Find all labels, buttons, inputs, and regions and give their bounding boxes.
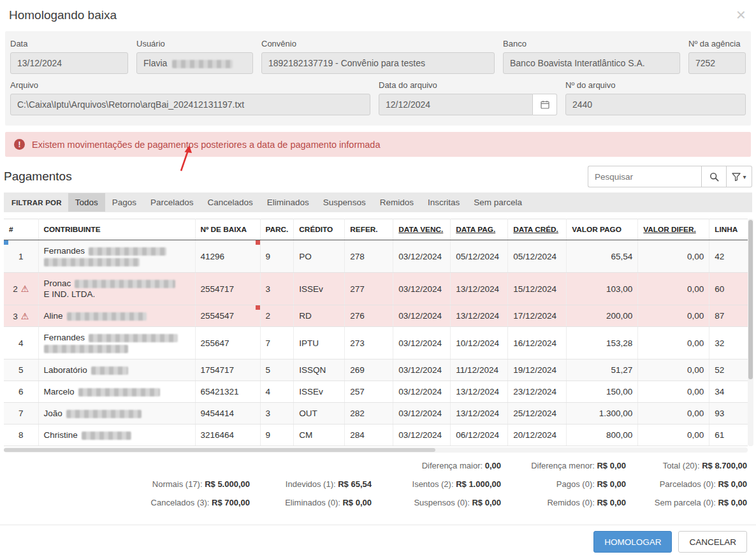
cell-num: 5 bbox=[4, 359, 38, 381]
table-row[interactable]: 1Fernandes412969PO27803/12/202405/12/202… bbox=[4, 240, 748, 273]
payments-table: #CONTRIBUINTENº DE BAIXAPARC.CRÉDITOREFE… bbox=[4, 219, 748, 446]
cancelar-button[interactable]: CANCELAR bbox=[678, 531, 747, 553]
cell-num: 2⚠ bbox=[4, 273, 38, 305]
filter-tab-pagos[interactable]: Pagos bbox=[105, 193, 143, 212]
convenio-input: 1892182137719 - Convênio para testes bbox=[261, 52, 495, 74]
summary-item: Eliminados (0): R$ 0,00 bbox=[250, 498, 372, 507]
warning-icon: ⚠ bbox=[21, 311, 29, 321]
agencia-input: 7252 bbox=[688, 52, 746, 74]
summary-item: Remidos (0): R$ 0,00 bbox=[501, 498, 626, 507]
arquivo-input: C:\Caixa\Iptu\Arquivos\Retorno\arqBai_20… bbox=[10, 94, 370, 115]
redacted-text bbox=[44, 258, 140, 266]
cell-refer: 276 bbox=[345, 305, 393, 327]
cell-data-venc: 03/12/2024 bbox=[393, 381, 451, 403]
summary-item: Pagos (0): R$ 0,00 bbox=[501, 479, 626, 489]
cell-data-pag: 05/12/2024 bbox=[451, 240, 508, 273]
cell-credito: OUT bbox=[294, 403, 345, 425]
filter-tab-remidos[interactable]: Remidos bbox=[373, 193, 421, 212]
cell-parc: 3 bbox=[260, 273, 294, 305]
cell-contribuinte: Aline bbox=[38, 305, 195, 327]
cell-valor-difer: 0,00 bbox=[638, 381, 709, 403]
cell-refer: 278 bbox=[345, 240, 393, 273]
table-header-row: #CONTRIBUINTENº DE BAIXAPARC.CRÉDITOREFE… bbox=[4, 219, 748, 240]
banco-input: Banco Boavista Interatlântico S.A. bbox=[503, 52, 680, 74]
table-row[interactable]: 7João94544143OUT28203/12/202413/12/20242… bbox=[4, 403, 748, 425]
modal-footer: HOMOLOGAR CANCELAR bbox=[0, 525, 756, 559]
filter-tab-sem-parcela[interactable]: Sem parcela bbox=[467, 193, 529, 212]
cell-data-cred: 23/12/2024 bbox=[508, 381, 567, 403]
page-title: Homologando baixa bbox=[9, 8, 117, 22]
filter-tabs: TodosPagosParceladosCanceladosEliminados… bbox=[68, 193, 529, 212]
scrollbar-thumb[interactable] bbox=[4, 448, 435, 452]
table-row[interactable]: 4Fernandes2556477IPTU27303/12/202410/12/… bbox=[4, 327, 748, 359]
search-group: ▾ bbox=[588, 166, 752, 187]
cell-contribuinte: PronacE IND. LTDA. bbox=[38, 273, 195, 305]
cell-valor-pago: 51,27 bbox=[567, 359, 638, 381]
scrollbar-thumb[interactable] bbox=[748, 220, 753, 379]
cell-baixa: 9454414 bbox=[195, 403, 260, 425]
cell-refer: 257 bbox=[345, 381, 393, 403]
column-header[interactable]: DATA PAG. bbox=[451, 219, 508, 240]
cell-baixa: 2554547 bbox=[195, 305, 260, 327]
filter-tab-inscritas[interactable]: Inscritas bbox=[421, 193, 467, 212]
cell-linha: 61 bbox=[709, 425, 748, 446]
homologar-button[interactable]: HOMOLOGAR bbox=[593, 531, 672, 553]
filter-tab-parcelados[interactable]: Parcelados bbox=[143, 193, 201, 212]
redacted-text bbox=[75, 280, 175, 288]
cell-credito: IPTU bbox=[294, 327, 345, 359]
filter-dropdown-button[interactable]: ▾ bbox=[727, 166, 752, 187]
table-row[interactable]: 2⚠PronacE IND. LTDA.25547173ISSEv27703/1… bbox=[4, 273, 748, 305]
field-label: Nº do arquivo bbox=[565, 80, 746, 90]
summary-item: Diferença menor: R$ 0,00 bbox=[501, 461, 626, 470]
cell-data-venc: 03/12/2024 bbox=[393, 240, 451, 273]
baixa-marker-icon bbox=[256, 240, 260, 245]
filter-tab-eliminados[interactable]: Eliminados bbox=[260, 193, 316, 212]
filter-tab-cancelados[interactable]: Cancelados bbox=[201, 193, 260, 212]
cell-refer: 273 bbox=[345, 327, 393, 359]
cell-contribuinte: Laboratório bbox=[38, 359, 195, 381]
column-header: VALOR PAGO bbox=[567, 219, 638, 240]
cell-baixa: 41296 bbox=[195, 240, 260, 273]
filter-tab-todos[interactable]: Todos bbox=[68, 193, 105, 212]
cell-credito: CM bbox=[294, 425, 345, 446]
cell-valor-difer: 0,00 bbox=[638, 327, 709, 359]
cell-valor-difer: 0,00 bbox=[638, 273, 709, 305]
table-row[interactable]: 5Laboratório17547175ISSQN26903/12/202411… bbox=[4, 359, 748, 381]
column-header[interactable]: DATA VENC. bbox=[393, 219, 451, 240]
column-header[interactable]: VALOR DIFER. bbox=[638, 219, 709, 240]
cell-valor-difer: 0,00 bbox=[638, 305, 709, 327]
cell-parc: 7 bbox=[260, 327, 294, 359]
search-input[interactable] bbox=[588, 166, 701, 187]
table-row[interactable]: 6Marcelo654213214ISSEv25703/12/202413/12… bbox=[4, 381, 748, 403]
redacted-text bbox=[78, 388, 160, 396]
chevron-down-icon: ▾ bbox=[743, 173, 746, 180]
horizontal-scrollbar[interactable] bbox=[4, 447, 748, 453]
calendar-button[interactable] bbox=[533, 94, 557, 115]
vertical-scrollbar[interactable] bbox=[748, 219, 753, 446]
redacted-text bbox=[66, 410, 142, 418]
filter-tab-suspensos[interactable]: Suspensos bbox=[316, 193, 373, 212]
column-header: REFER. bbox=[345, 219, 393, 240]
table-row[interactable]: 8Christine32164649CM28403/12/202406/12/2… bbox=[4, 425, 748, 446]
table-row[interactable]: 3⚠Aline25545472RD27603/12/202413/12/2024… bbox=[4, 305, 748, 327]
cell-data-cred: 19/12/2024 bbox=[508, 359, 567, 381]
cell-parc: 9 bbox=[260, 240, 294, 273]
cell-data-cred: 20/12/2024 bbox=[508, 425, 567, 446]
field-numero-arquivo: Nº do arquivo 2440 bbox=[565, 74, 746, 115]
cell-valor-difer: 0,00 bbox=[638, 240, 709, 273]
cell-valor-difer: 0,00 bbox=[638, 425, 709, 446]
summary-item: Sem parcela (0): R$ 0,00 bbox=[626, 498, 747, 507]
close-icon[interactable]: × bbox=[736, 8, 746, 21]
field-label: Arquivo bbox=[10, 80, 370, 90]
warning-banner: ! Existem movimentações de pagamentos po… bbox=[5, 132, 751, 157]
search-button[interactable] bbox=[701, 166, 727, 187]
cell-data-venc: 03/12/2024 bbox=[393, 327, 451, 359]
data-input: 13/12/2024 bbox=[10, 52, 128, 74]
cell-baixa: 1754717 bbox=[195, 359, 260, 381]
cell-contribuinte: João bbox=[38, 403, 195, 425]
totals-summary: Diferença maior: 0,00Diferença menor: R$… bbox=[9, 461, 747, 507]
file-info-panel: Data 13/12/2024 Usuário Flavia Convênio … bbox=[5, 31, 751, 126]
column-header[interactable]: DATA CRÉD. bbox=[508, 219, 567, 240]
summary-item: Normais (17): R$ 5.000,00 bbox=[9, 479, 250, 489]
cell-valor-pago: 1.300,00 bbox=[567, 403, 638, 425]
